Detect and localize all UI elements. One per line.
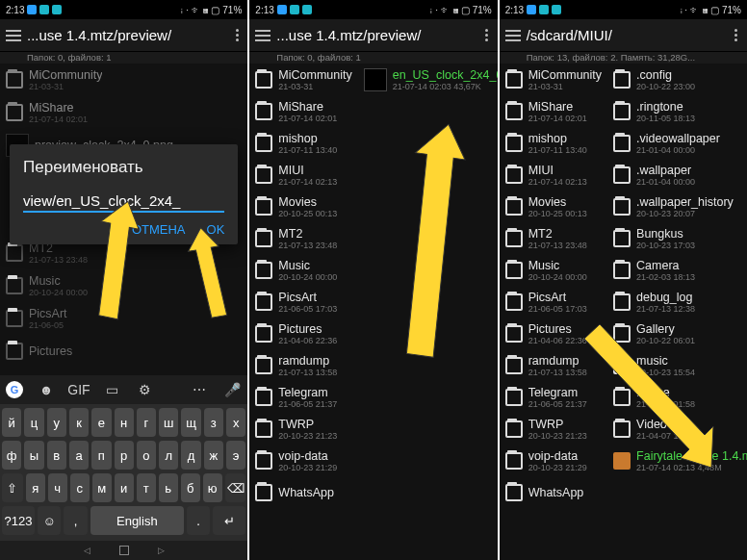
list-item[interactable]: mishop21-07-11 13:40 xyxy=(249,127,357,159)
key[interactable]: ?123 xyxy=(2,506,35,535)
list-item[interactable]: mishop21-07-11 13:40 xyxy=(500,127,607,159)
list-item[interactable]: TWRP20-10-23 21:23 xyxy=(500,413,607,445)
key[interactable]: . xyxy=(187,506,210,535)
key[interactable]: й xyxy=(2,408,21,437)
spacebar[interactable]: English xyxy=(90,506,184,535)
list-item[interactable]: WhatsApp xyxy=(249,476,357,508)
key[interactable]: ж xyxy=(204,441,223,470)
list-item[interactable]: Telegram21-06-05 21:37 xyxy=(249,381,357,413)
overflow-icon[interactable] xyxy=(230,29,244,41)
home-softkey[interactable] xyxy=(119,546,129,555)
list-item[interactable]: Telegram21-06-05 21:37 xyxy=(500,381,607,413)
list-item[interactable]: MT221-07-13 23:48 xyxy=(500,222,607,254)
more-icon[interactable]: ⋯ xyxy=(190,380,209,399)
key[interactable]: г xyxy=(137,408,156,437)
rename-input[interactable] xyxy=(23,191,224,213)
list-item[interactable]: debug_log21-07-13 12:38 xyxy=(607,286,747,318)
list-item[interactable]: MiShare21-07-14 02:01 xyxy=(500,95,607,127)
key[interactable]: э xyxy=(226,441,245,470)
clipboard-icon[interactable]: ▭ xyxy=(102,380,121,399)
list-item[interactable]: WhatsApp xyxy=(500,476,607,508)
key[interactable]: р xyxy=(115,441,134,470)
key[interactable]: ⇧ xyxy=(2,473,23,502)
list-item[interactable]: theme21-07-14 01:58 xyxy=(607,381,747,413)
sticker-icon[interactable]: ☻ xyxy=(37,380,56,399)
menu-icon[interactable] xyxy=(253,26,272,45)
menu-icon[interactable] xyxy=(4,26,23,45)
key[interactable]: м xyxy=(92,473,112,502)
key[interactable]: ☺ xyxy=(38,506,61,535)
list-item[interactable]: TWRP20-10-23 21:23 xyxy=(249,413,357,445)
key[interactable]: х xyxy=(226,408,245,437)
list-item[interactable]: .videowallpaper21-01-04 00:00 xyxy=(607,127,747,159)
list-item[interactable]: .ringtone20-11-05 18:13 xyxy=(607,95,747,127)
key[interactable]: ч xyxy=(48,473,67,502)
mic-icon[interactable]: 🎤 xyxy=(222,380,242,399)
key[interactable]: ь xyxy=(159,473,178,502)
list-item[interactable]: ramdump21-07-13 13:58 xyxy=(249,349,357,381)
google-icon[interactable]: G xyxy=(6,381,23,398)
list-item[interactable]: MIUI21-07-14 02:13 xyxy=(249,159,357,191)
list-item[interactable]: voip-data20-10-23 21:29 xyxy=(249,445,357,476)
list-item[interactable]: ramdump21-07-13 13:58 xyxy=(500,349,607,381)
back-softkey[interactable]: ◁ xyxy=(84,546,90,555)
list-item[interactable]: Music20-10-24 00:00 xyxy=(500,254,607,286)
settings-icon[interactable]: ⚙ xyxy=(135,380,154,399)
list-item[interactable]: MiShare21-07-14 02:01 xyxy=(249,95,357,127)
key[interactable]: ↵ xyxy=(213,506,245,535)
key[interactable]: н xyxy=(115,408,134,437)
key[interactable]: л xyxy=(159,441,178,470)
key[interactable]: е xyxy=(91,408,111,437)
list-item[interactable]: PicsArt21-06-05 17:03 xyxy=(500,286,607,318)
key[interactable]: к xyxy=(69,408,89,437)
key[interactable]: с xyxy=(70,473,90,502)
path-title[interactable]: ...use 1.4.mtz/preview/ xyxy=(272,27,479,43)
list-item[interactable]: Gallery20-10-22 06:01 xyxy=(607,318,747,349)
gif-icon[interactable]: GIF xyxy=(69,380,89,399)
key[interactable]: з xyxy=(204,408,223,437)
list-item[interactable]: music20-10-23 15:54 xyxy=(607,349,747,381)
key[interactable]: а xyxy=(69,441,89,470)
list-item[interactable]: Video21-04-07 18:59 xyxy=(607,413,747,445)
list-item[interactable]: Movies20-10-25 00:13 xyxy=(249,191,357,222)
list-item[interactable]: MIUI21-07-14 02:13 xyxy=(500,159,607,191)
cancel-button[interactable]: ОТМЕНА xyxy=(132,222,186,237)
list-item[interactable]: .wallpaper_history20-10-23 20:07 xyxy=(607,191,747,222)
key[interactable]: п xyxy=(91,441,111,470)
keyboard[interactable]: G ☻ GIF ▭ ⚙ ⋯ 🎤 йцукенгшщзхфывапролджэ⇧я… xyxy=(0,375,247,560)
key[interactable]: у xyxy=(47,408,66,437)
key[interactable]: в xyxy=(47,441,66,470)
key[interactable]: т xyxy=(137,473,156,502)
list-item[interactable]: .config20-10-22 23:00 xyxy=(607,64,747,95)
list-item[interactable]: Pictures21-04-06 22:36 xyxy=(500,318,607,349)
key[interactable]: я xyxy=(26,473,45,502)
list-item[interactable]: MiCommunity21-03-31 xyxy=(500,64,607,95)
list-item[interactable]: Music20-10-24 00:00 xyxy=(249,254,357,286)
list-item[interactable]: Movies20-10-25 00:13 xyxy=(500,191,607,222)
key[interactable]: и xyxy=(115,473,134,502)
overflow-icon[interactable] xyxy=(730,29,743,41)
menu-icon[interactable] xyxy=(503,26,523,45)
key[interactable]: ю xyxy=(203,473,222,502)
list-item[interactable]: MT221-07-13 23:48 xyxy=(249,222,357,254)
list-item[interactable]: Fairytale house 1.4.mtz21-07-14 02:13 4,… xyxy=(607,445,747,476)
key[interactable]: ⌫ xyxy=(225,473,246,502)
list-item[interactable]: Bungkus20-10-23 17:03 xyxy=(607,222,747,254)
list-item[interactable]: Camera21-02-03 18:13 xyxy=(607,254,747,286)
list-item[interactable]: Pictures21-04-06 22:36 xyxy=(249,318,357,349)
key[interactable]: ш xyxy=(159,408,178,437)
list-item[interactable]: voip-data20-10-23 21:29 xyxy=(500,445,607,476)
recent-softkey[interactable]: ▷ xyxy=(158,546,165,555)
path-title[interactable]: ...use 1.4.mtz/preview/ xyxy=(23,27,230,43)
list-item[interactable]: .wallpaper21-01-04 00:00 xyxy=(607,159,747,191)
key[interactable]: ы xyxy=(24,441,43,470)
path-title[interactable]: /sdcard/MIUI/ xyxy=(523,27,730,43)
overflow-icon[interactable] xyxy=(480,29,494,41)
key[interactable]: о xyxy=(137,441,156,470)
key[interactable]: б xyxy=(181,473,200,502)
key[interactable]: ф xyxy=(2,441,21,470)
list-item[interactable]: PicsArt21-06-05 17:03 xyxy=(249,286,357,318)
key[interactable]: д xyxy=(181,441,200,470)
ok-button[interactable]: OK xyxy=(207,222,225,237)
key[interactable]: щ xyxy=(181,408,200,437)
